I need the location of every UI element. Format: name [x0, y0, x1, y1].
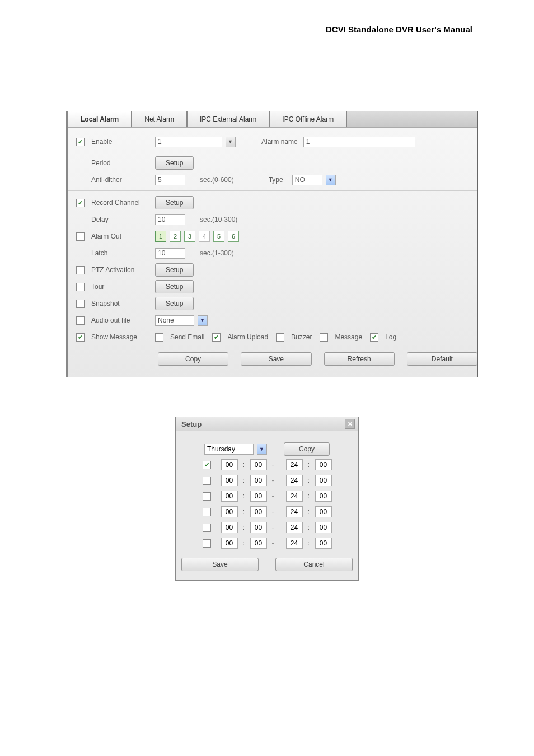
ptz-checkbox[interactable] — [76, 266, 85, 274]
to-hour[interactable]: 24 — [286, 475, 303, 486]
show-message-checkbox[interactable]: ✔ — [76, 333, 85, 342]
buzzer-checkbox[interactable] — [276, 333, 284, 342]
to-min[interactable]: 00 — [315, 522, 332, 533]
from-min[interactable]: 00 — [250, 538, 267, 549]
type-select[interactable]: NO — [292, 175, 322, 185]
anti-dither-input[interactable]: 5 — [155, 175, 185, 185]
close-icon[interactable]: ✕ — [345, 419, 355, 429]
from-min[interactable]: 00 — [250, 475, 267, 486]
tour-checkbox[interactable] — [76, 283, 85, 291]
to-min[interactable]: 00 — [315, 475, 332, 486]
refresh-button[interactable]: Refresh — [324, 352, 395, 366]
audio-out-checkbox[interactable] — [76, 316, 85, 325]
day-select[interactable]: Thursday — [204, 444, 254, 455]
to-min[interactable]: 00 — [315, 506, 332, 517]
from-hour[interactable]: 00 — [221, 538, 238, 549]
period-row-checkbox[interactable] — [203, 508, 211, 516]
from-hour[interactable]: 00 — [221, 522, 238, 533]
to-min[interactable]: 00 — [315, 491, 332, 502]
tab-ipc-offline-alarm[interactable]: IPC Offline Alarm — [270, 111, 347, 127]
doc-header: DCVI Standalone DVR User's Manual — [62, 0, 472, 38]
ptz-setup-button[interactable]: Setup — [155, 263, 194, 277]
alarm-out-ch2[interactable]: 2 — [170, 231, 181, 242]
alarm-out-ch4[interactable]: 4 — [199, 231, 210, 242]
to-hour[interactable]: 24 — [286, 491, 303, 502]
tab-local-alarm[interactable]: Local Alarm — [68, 111, 132, 127]
from-min[interactable]: 00 — [250, 522, 267, 533]
alarm-out-checkbox[interactable] — [76, 232, 85, 241]
period-row-checkbox[interactable]: ✔ — [203, 461, 211, 469]
setup-modal: Setup ✕ Thursday▼ Copy ✔00:00-24:0000:00… — [175, 417, 359, 581]
alarm-out-ch5[interactable]: 5 — [213, 231, 224, 242]
audio-out-select[interactable]: None — [155, 315, 194, 326]
tab-ipc-external-alarm[interactable]: IPC External Alarm — [188, 111, 270, 127]
record-channel-setup-button[interactable]: Setup — [155, 196, 194, 209]
snapshot-checkbox[interactable] — [76, 300, 85, 308]
anti-dither-label: Anti-dither — [91, 176, 152, 184]
type-dropdown-icon[interactable]: ▼ — [326, 175, 336, 185]
tour-label: Tour — [91, 283, 152, 291]
save-button[interactable]: Save — [241, 352, 311, 366]
from-hour[interactable]: 00 — [221, 491, 238, 502]
modal-copy-button[interactable]: Copy — [284, 442, 330, 456]
default-button[interactable]: Default — [407, 352, 477, 366]
alarm-config-panel: Local Alarm Net Alarm IPC External Alarm… — [66, 111, 478, 377]
period-row: 00:00-24:00 — [176, 504, 358, 520]
from-hour[interactable]: 00 — [221, 506, 238, 517]
period-row-checkbox[interactable] — [203, 539, 211, 548]
from-hour[interactable]: 00 — [221, 459, 238, 470]
period-setup-button[interactable]: Setup — [155, 156, 194, 170]
colon: : — [241, 461, 247, 469]
alarm-upload-checkbox[interactable]: ✔ — [212, 333, 221, 342]
enable-checkbox[interactable]: ✔ — [76, 138, 85, 146]
period-row-checkbox[interactable] — [203, 492, 211, 501]
copy-button[interactable]: Copy — [158, 352, 228, 366]
tour-setup-button[interactable]: Setup — [155, 280, 194, 293]
period-row-checkbox[interactable] — [203, 477, 211, 485]
dash: - — [270, 539, 276, 547]
from-min[interactable]: 00 — [250, 491, 267, 502]
to-hour[interactable]: 24 — [286, 538, 303, 549]
to-hour[interactable]: 24 — [286, 506, 303, 517]
tab-net-alarm[interactable]: Net Alarm — [132, 111, 188, 127]
period-row: ✔00:00-24:00 — [176, 457, 358, 473]
channel-select-dropdown-icon[interactable]: ▼ — [226, 137, 236, 147]
period-row-checkbox[interactable] — [203, 524, 211, 532]
colon: : — [306, 492, 312, 500]
colon: : — [241, 508, 247, 516]
audio-out-dropdown-icon[interactable]: ▼ — [198, 315, 208, 326]
send-email-checkbox[interactable] — [155, 333, 163, 342]
colon: : — [241, 477, 247, 484]
alarm-out-ch3[interactable]: 3 — [184, 231, 195, 242]
modal-cancel-button[interactable]: Cancel — [275, 558, 353, 571]
modal-save-button[interactable]: Save — [181, 558, 259, 571]
record-channel-checkbox[interactable]: ✔ — [76, 199, 85, 207]
setup-modal-title: Setup — [181, 420, 202, 428]
period-row: 00:00-24:00 — [176, 473, 358, 488]
log-checkbox[interactable]: ✔ — [370, 333, 378, 342]
alarm-out-ch1[interactable]: 1 — [155, 231, 166, 242]
to-min[interactable]: 00 — [315, 459, 332, 470]
latch-label: Latch — [91, 249, 152, 257]
colon: : — [241, 492, 247, 500]
message-checkbox[interactable] — [320, 333, 328, 342]
colon: : — [306, 508, 312, 516]
from-hour[interactable]: 00 — [221, 475, 238, 486]
to-hour[interactable]: 24 — [286, 459, 303, 470]
dash: - — [270, 461, 276, 469]
colon: : — [306, 461, 312, 469]
latch-input[interactable]: 10 — [155, 248, 185, 259]
channel-select[interactable]: 1 — [155, 137, 222, 147]
to-hour[interactable]: 24 — [286, 522, 303, 533]
period-label: Period — [91, 159, 152, 167]
from-min[interactable]: 00 — [250, 459, 267, 470]
alarm-out-ch6[interactable]: 6 — [228, 231, 239, 242]
snapshot-setup-button[interactable]: Setup — [155, 297, 194, 310]
day-dropdown-icon[interactable]: ▼ — [257, 444, 267, 455]
dash: - — [270, 477, 276, 484]
alarm-name-input[interactable]: 1 — [303, 137, 415, 147]
dash: - — [270, 492, 276, 500]
delay-input[interactable]: 10 — [155, 214, 185, 225]
to-min[interactable]: 00 — [315, 538, 332, 549]
from-min[interactable]: 00 — [250, 506, 267, 517]
